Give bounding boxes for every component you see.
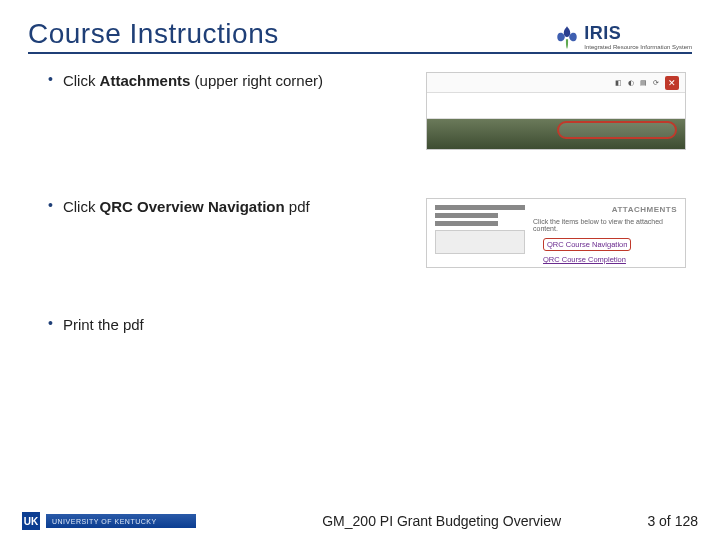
thumb-left-col [435, 205, 525, 261]
page-number: 3 of 128 [647, 513, 698, 529]
panel-title: ATTACHMENTS [533, 205, 677, 214]
bullet-row: • Click Attachments (upper right corner)… [28, 72, 692, 150]
toolbar-item: ◐ [628, 79, 634, 87]
bullet-prefix: Click [63, 72, 100, 89]
header: Course Instructions IRIS Integrated Reso… [28, 18, 692, 54]
bullet-suffix: pdf [285, 198, 310, 215]
bullet-text: Click Attachments (upper right corner) [63, 72, 323, 89]
attachments-highlight [557, 121, 677, 139]
toolbar-item: ▤ [640, 79, 647, 87]
footer-course-title: GM_200 PI Grant Budgeting Overview [196, 513, 647, 529]
iris-tagline: Integrated Resource Information System [584, 44, 692, 50]
thumb-panel: ATTACHMENTS Click the items below to vie… [426, 198, 686, 268]
screenshot-thumb-links: ATTACHMENTS Click the items below to vie… [426, 198, 692, 268]
iris-brand: IRIS [584, 23, 692, 44]
close-icon: ✕ [665, 76, 679, 90]
bullet-text: Print the pdf [63, 316, 144, 333]
bullet-prefix: Click [63, 198, 100, 215]
thumb-right-col: ATTACHMENTS Click the items below to vie… [533, 205, 677, 261]
uk-logo: UK UNIVERSITY OF KENTUCKY [22, 512, 196, 530]
thumb-toolbar: ◧ ◐ ▤ ⟳ ✕ [427, 73, 685, 93]
iris-logo-text: IRIS Integrated Resource Information Sys… [584, 23, 692, 50]
qrc-completion-link: QRC Course Completion [543, 255, 677, 264]
bullet-marker: • [28, 316, 63, 333]
bullet-marker: • [28, 198, 63, 215]
bullet-text: Click QRC Overview Navigation pdf [63, 198, 310, 215]
placeholder-image [435, 230, 525, 254]
slide: Course Instructions IRIS Integrated Reso… [0, 0, 720, 540]
bullet-row: • Click QRC Overview Navigation pdf ATTA… [28, 198, 692, 268]
bullet-suffix: (upper right corner) [190, 72, 323, 89]
toolbar-item: ◧ [615, 79, 622, 87]
placeholder-line [435, 221, 498, 226]
bullet-marker: • [28, 72, 63, 89]
content: • Click Attachments (upper right corner)… [28, 54, 692, 333]
toolbar-item: ⟳ [653, 79, 659, 87]
footer: UK UNIVERSITY OF KENTUCKY GM_200 PI Gran… [0, 512, 720, 530]
bullet-row: • Print the pdf [28, 316, 692, 333]
bullet-item: • Click QRC Overview Navigation pdf [28, 198, 408, 215]
bullet-item: • Click Attachments (upper right corner) [28, 72, 408, 89]
bullet-prefix: Print the pdf [63, 316, 144, 333]
bullet-bold: QRC Overview Navigation [100, 198, 285, 215]
uk-initials: UK [22, 512, 40, 530]
screenshot-thumb-attachments: ◧ ◐ ▤ ⟳ ✕ [426, 72, 692, 150]
uk-label: UNIVERSITY OF KENTUCKY [46, 514, 196, 528]
panel-instruction: Click the items below to view the attach… [533, 218, 677, 232]
iris-logo: IRIS Integrated Resource Information Sys… [554, 23, 692, 50]
thumb-empty-bar [427, 93, 685, 119]
qrc-nav-link-highlight: QRC Course Navigation [543, 238, 631, 251]
bullet-item: • Print the pdf [28, 316, 408, 333]
bullet-bold: Attachments [100, 72, 191, 89]
thumb-window: ◧ ◐ ▤ ⟳ ✕ [426, 72, 686, 150]
iris-flower-icon [554, 24, 580, 50]
thumb-banner [427, 119, 685, 150]
placeholder-line [435, 205, 525, 210]
placeholder-line [435, 213, 498, 218]
page-title: Course Instructions [28, 18, 279, 50]
